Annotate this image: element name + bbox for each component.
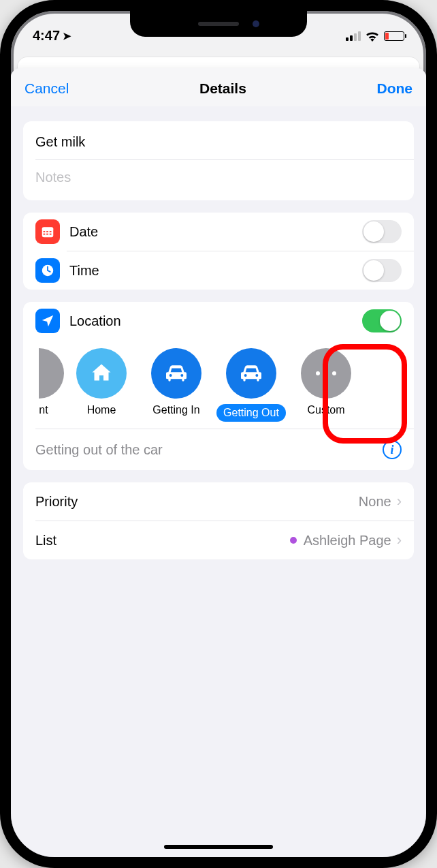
home-icon bbox=[76, 348, 127, 399]
svg-rect-5 bbox=[44, 234, 46, 235]
page-title: Details bbox=[199, 80, 246, 97]
location-preset-custom[interactable]: Custom bbox=[289, 348, 363, 422]
date-time-card: Date Time bbox=[23, 213, 414, 290]
svg-rect-2 bbox=[44, 231, 46, 232]
location-detail-row[interactable]: Getting out of the car i bbox=[23, 429, 414, 470]
time-label: Time bbox=[69, 263, 362, 279]
location-preset-home[interactable]: Home bbox=[64, 348, 139, 422]
chevron-right-icon: › bbox=[397, 531, 402, 549]
status-time: 4:47 bbox=[33, 28, 60, 44]
home-indicator[interactable] bbox=[164, 845, 273, 849]
location-detail-text: Getting out of the car bbox=[35, 442, 163, 458]
pin-half-icon bbox=[39, 348, 64, 399]
car-icon bbox=[226, 348, 276, 399]
wifi-icon bbox=[365, 31, 380, 42]
location-preset-getting-in[interactable]: Getting In bbox=[139, 348, 214, 422]
clock-icon bbox=[35, 258, 60, 283]
priority-label: Priority bbox=[35, 494, 359, 510]
svg-rect-1 bbox=[42, 228, 54, 231]
location-preset-getting-out[interactable]: Getting Out bbox=[214, 348, 289, 422]
preset-label-0: nt bbox=[23, 404, 64, 416]
list-color-dot bbox=[290, 537, 297, 544]
location-preset-current[interactable]: nt bbox=[23, 348, 64, 422]
preset-label-2: Getting In bbox=[152, 404, 199, 416]
date-label: Date bbox=[69, 224, 362, 240]
cancel-button[interactable]: Cancel bbox=[25, 80, 69, 97]
location-services-icon: ➤ bbox=[63, 30, 71, 42]
date-row[interactable]: Date bbox=[23, 213, 414, 251]
done-button[interactable]: Done bbox=[377, 80, 413, 97]
priority-row[interactable]: Priority None › bbox=[23, 482, 414, 521]
priority-list-card: Priority None › List Ashleigh Page › bbox=[23, 482, 414, 559]
time-row[interactable]: Time bbox=[23, 251, 414, 290]
location-row[interactable]: Location bbox=[23, 302, 414, 340]
svg-rect-6 bbox=[46, 234, 48, 235]
title-notes-card: Get milk Notes bbox=[23, 121, 414, 200]
svg-rect-7 bbox=[50, 234, 52, 235]
calendar-icon bbox=[35, 219, 60, 244]
time-toggle[interactable] bbox=[362, 259, 402, 282]
svg-rect-4 bbox=[50, 231, 52, 232]
chevron-right-icon: › bbox=[397, 493, 402, 510]
more-icon bbox=[301, 348, 351, 399]
location-arrow-icon bbox=[35, 309, 60, 333]
location-label: Location bbox=[69, 313, 362, 329]
list-row[interactable]: List Ashleigh Page › bbox=[23, 521, 414, 559]
reminder-notes-input[interactable]: Notes bbox=[35, 160, 71, 200]
location-presets[interactable]: nt Home Getting In bbox=[23, 340, 414, 429]
preset-label-1: Home bbox=[87, 404, 116, 416]
list-value: Ashleigh Page bbox=[304, 533, 391, 548]
date-toggle[interactable] bbox=[362, 220, 402, 243]
priority-value: None bbox=[359, 494, 391, 510]
reminder-title-input[interactable]: Get milk bbox=[35, 122, 402, 159]
preset-label-4: Custom bbox=[307, 404, 344, 416]
location-card: Location nt Home bbox=[23, 302, 414, 470]
battery-icon bbox=[384, 31, 404, 41]
info-icon[interactable]: i bbox=[383, 440, 402, 459]
list-label: List bbox=[35, 533, 290, 548]
nav-bar: Cancel Details Done bbox=[11, 68, 426, 106]
location-toggle[interactable] bbox=[362, 309, 402, 332]
svg-rect-3 bbox=[46, 231, 48, 232]
cellular-signal-icon bbox=[346, 31, 361, 41]
preset-label-3: Getting Out bbox=[216, 404, 286, 422]
car-icon bbox=[151, 348, 201, 399]
